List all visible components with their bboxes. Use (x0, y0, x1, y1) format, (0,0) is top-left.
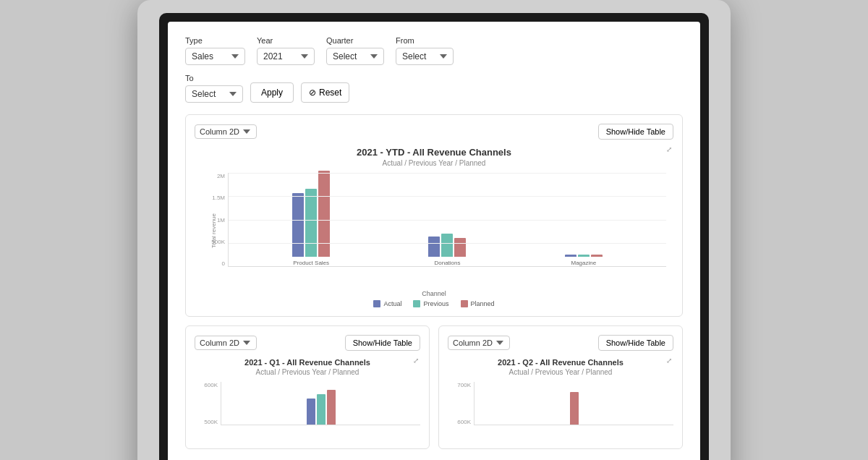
apply-button[interactable]: Apply (250, 82, 294, 103)
main-chart-legend: Actual Previous Planned (195, 300, 673, 307)
bar-product-sales-previous (305, 189, 317, 257)
screen: Type Sales Revenue Year 2021 2020 2019 (168, 22, 700, 460)
q1-expand-icon: ⤢ (413, 357, 419, 365)
bar-magazine-actual (565, 255, 576, 257)
q1-chart-subtitle: Actual / Previous Year / Planned (195, 368, 420, 376)
legend-actual-dot (373, 300, 380, 307)
bar-magazine-planned (591, 255, 603, 257)
y-label-2m: 2M (217, 173, 225, 179)
q1-chart-top-bar: Column 2D Show/Hide Table (195, 335, 420, 351)
laptop-frame: Type Sales Revenue Year 2021 2020 2019 (137, 0, 731, 460)
bar-group-donations: Donations (379, 234, 515, 266)
year-label: Year (257, 36, 315, 45)
legend-previous-dot (413, 300, 420, 307)
q1-bar-actual (307, 399, 315, 425)
q2-chart-subtitle: Actual / Previous Year / Planned (448, 368, 673, 376)
q2-chart-title: 2021 - Q2 - All Revenue Channels (448, 358, 673, 367)
main-chart-title: 2021 - YTD - All Revenue Channels (195, 147, 673, 158)
filters-row-2: To Select Apply ⊘ Reset (185, 74, 683, 103)
x-axis-label: Channel (195, 290, 673, 297)
gridline-2 (229, 220, 666, 221)
main-chart-top-bar: Column 2D Show/Hide Table (195, 124, 673, 140)
y-label-1-5m: 1.5M (212, 195, 225, 201)
q2-chart-container: Column 2D Show/Hide Table ⤢ 2021 - Q2 - … (438, 325, 683, 449)
q2-y-label-bottom: 600K (457, 419, 471, 425)
q2-chart-type-select[interactable]: Column 2D (448, 336, 510, 350)
bar-donations-previous (441, 234, 453, 257)
to-select[interactable]: Select (185, 85, 243, 103)
legend-planned-dot (461, 300, 468, 307)
quarter-label: Quarter (326, 36, 384, 45)
screen-bezel: Type Sales Revenue Year 2021 2020 2019 (159, 13, 709, 460)
q1-chart-title: 2021 - Q1 - All Revenue Channels (195, 358, 420, 367)
to-label: To (185, 74, 243, 82)
reset-button[interactable]: ⊘ Reset (301, 82, 349, 103)
reset-icon: ⊘ (309, 88, 316, 98)
reset-label: Reset (319, 88, 341, 98)
q1-show-hide-button[interactable]: Show/Hide Table (345, 335, 420, 351)
bottom-charts-row: Column 2D Show/Hide Table ⤢ 2021 - Q1 - … (185, 325, 683, 449)
type-select[interactable]: Sales Revenue (185, 48, 245, 65)
quarter-filter-group: Quarter Select Q1 Q2 Q3 Q4 (326, 36, 384, 65)
bar-group-magazine: Magazine (516, 255, 652, 266)
expand-icon: ⤢ (666, 145, 672, 153)
q1-y-label-bottom: 500K (204, 419, 218, 425)
bar-group-label-product-sales: Product Sales (293, 260, 329, 266)
q2-bar-planned (570, 392, 579, 425)
year-select[interactable]: 2021 2020 2019 (257, 48, 315, 65)
year-filter-group: Year 2021 2020 2019 (257, 36, 315, 65)
q2-y-label-top: 700K (457, 382, 471, 388)
y-label-0: 0 (222, 260, 225, 267)
q1-chart-type-select[interactable]: Column 2D (195, 336, 257, 350)
q2-expand-icon: ⤢ (666, 357, 672, 365)
legend-planned-label: Planned (471, 300, 495, 307)
q1-bar-previous (317, 394, 326, 425)
legend-actual-label: Actual (383, 300, 401, 307)
type-filter-group: Type Sales Revenue (185, 36, 245, 65)
bar-group-label-donations: Donations (434, 260, 460, 266)
bar-product-sales-actual (292, 193, 304, 257)
bar-donations-planned (454, 238, 466, 257)
q1-bar-planned (327, 390, 336, 425)
bar-product-sales-planned (318, 171, 330, 257)
y-axis-title: Total revenue (210, 213, 217, 248)
y-label-1m: 1M (217, 217, 225, 223)
q2-show-hide-button[interactable]: Show/Hide Table (598, 335, 673, 351)
q1-bar-group (236, 390, 406, 425)
q2-bar-group (489, 392, 659, 425)
main-chart-container: Column 2D Show/Hide Table ⤢ 2021 - YTD -… (185, 114, 683, 317)
gridline-top (229, 173, 666, 174)
gridline-1 (229, 196, 666, 197)
bar-group-label-magazine: Magazine (571, 260, 596, 266)
quarter-select[interactable]: Select Q1 Q2 Q3 Q4 (326, 48, 384, 65)
gridline-3 (229, 243, 666, 244)
bar-group-product-sales: Product Sales (243, 171, 379, 266)
from-filter-group: From Select (396, 36, 454, 65)
main-chart-subtitle: Actual / Previous Year / Planned (195, 159, 673, 167)
from-label: From (396, 36, 454, 45)
legend-previous: Previous (413, 300, 448, 307)
bar-donations-actual (428, 237, 440, 257)
q1-y-label-top: 600K (204, 382, 218, 388)
q2-chart-top-bar: Column 2D Show/Hide Table (448, 335, 673, 351)
legend-planned: Planned (461, 300, 495, 307)
filters-row-1: Type Sales Revenue Year 2021 2020 2019 (185, 36, 683, 65)
main-chart-type-select[interactable]: Column 2D (195, 124, 257, 139)
main-chart-show-hide-button[interactable]: Show/Hide Table (598, 124, 673, 140)
type-label: Type (185, 36, 245, 45)
q1-chart-container: Column 2D Show/Hide Table ⤢ 2021 - Q1 - … (185, 325, 430, 449)
content-area: Type Sales Revenue Year 2021 2020 2019 (168, 22, 700, 460)
from-select[interactable]: Select (396, 48, 454, 65)
bar-magazine-previous (578, 255, 590, 257)
legend-actual: Actual (373, 300, 401, 307)
legend-previous-label: Previous (423, 300, 448, 307)
to-filter-group: To Select (185, 74, 243, 103)
